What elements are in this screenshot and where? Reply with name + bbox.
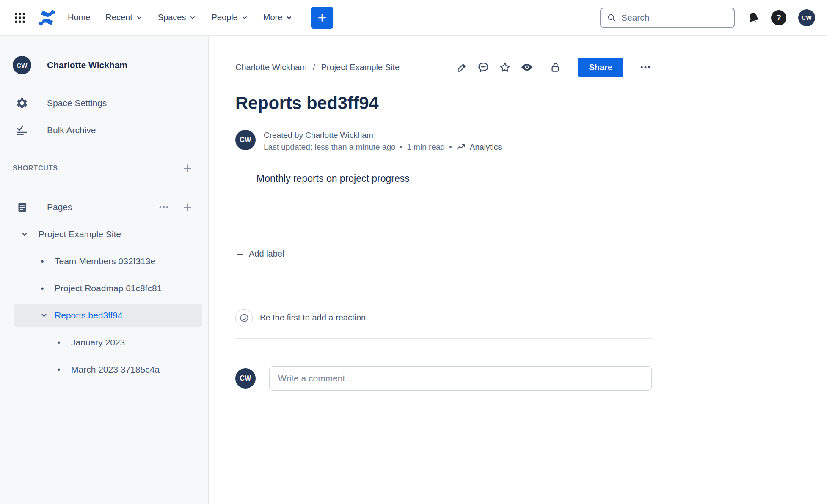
breadcrumb-separator: / [313,63,315,72]
add-label-button[interactable]: Add label [235,249,284,259]
restrictions-button[interactable] [550,62,561,73]
commenter-avatar: CW [235,368,256,389]
plus-icon [182,202,193,213]
star-button[interactable] [499,61,511,73]
sidebar-item-space-settings[interactable]: Space Settings [0,90,208,117]
tree-item-january-2023[interactable]: January 2023 [0,329,208,356]
chevron-down-icon [286,14,292,21]
top-navigation-bar: Home Recent Spaces People More [0,0,827,36]
nav-item-more[interactable]: More [256,7,300,29]
add-label-text: Add label [249,249,284,259]
avatar-initials: CW [17,62,28,69]
gear-icon [13,97,31,110]
page-body-text: Monthly reports on project progress [256,172,652,185]
nav-item-recent[interactable]: Recent [98,7,150,29]
sidebar-item-label: Bulk Archive [47,125,96,135]
analytics-label: Analytics [470,142,502,152]
bullet-icon [40,257,44,266]
confluence-logo-icon [38,9,56,26]
tree-item-label: Project Example Site [39,229,121,239]
help-label: ? [776,13,781,22]
nav-item-label: Spaces [158,13,186,22]
nav-item-home[interactable]: Home [60,7,98,29]
byline-meta: Last updated: less than a minute ago • 1… [264,142,502,152]
bullet-icon [57,365,61,375]
breadcrumb: Charlotte Wickham / Project Example Site [235,63,400,72]
tree-item-project-example-site[interactable]: Project Example Site [0,221,208,248]
comments-divider [235,338,652,339]
avatar-initials: CW [802,14,812,21]
nav-item-spaces[interactable]: Spaces [150,7,204,29]
pages-header-actions [157,201,194,214]
tree-item-reports-selected[interactable]: Reports bed3ff94 [14,304,202,327]
search-input[interactable] [621,13,728,23]
read-time: 1 min read [407,142,445,152]
plus-icon [317,12,328,23]
share-button[interactable]: Share [578,58,623,77]
author-avatar[interactable]: CW [235,130,256,150]
bulk-archive-icon [13,124,31,137]
comment-composer: CW [235,366,652,391]
pages-icon [13,201,31,214]
star-icon [499,61,511,73]
edit-button[interactable] [456,62,468,73]
nav-item-label: People [211,13,237,22]
plus-icon [182,163,193,174]
more-horizontal-icon [639,61,652,74]
chevron-down-icon [241,14,248,21]
unlock-icon [550,62,561,73]
create-button[interactable] [311,7,333,29]
separator-dot: • [400,142,403,152]
pages-more-button[interactable] [157,201,170,214]
breadcrumb-parent-link[interactable]: Project Example Site [321,63,400,72]
reaction-prompt: Be the first to add a reaction [260,313,366,323]
shortcuts-heading: SHORTCUTS [13,164,58,172]
grid-icon [13,11,27,25]
breadcrumb-space-link[interactable]: Charlotte Wickham [235,63,307,72]
space-name: Charlotte Wickham [47,60,127,70]
tree-item-label: Reports bed3ff94 [55,310,123,320]
watch-button[interactable] [521,61,533,74]
tree-item-team-members[interactable]: Team Members 032f313e [0,248,208,275]
space-avatar: CW [13,56,31,74]
chevron-down-icon [136,14,143,21]
plus-icon [235,249,245,259]
search-box[interactable] [600,8,735,28]
analytics-link[interactable]: Analytics [456,142,502,152]
created-by-text: Created by Charlotte Wickham [264,130,502,140]
app-switcher-button[interactable] [13,11,27,25]
help-button[interactable]: ? [771,10,786,25]
separator-dot: • [449,142,452,152]
nav-item-people[interactable]: People [204,7,255,29]
notifications-button[interactable] [747,11,760,24]
chevron-down-icon [189,14,196,21]
sidebar-item-bulk-archive[interactable]: Bulk Archive [0,117,208,144]
analytics-icon [456,142,466,152]
reactions-row: Be the first to add a reaction [235,309,652,326]
confluence-logo[interactable] [38,9,56,26]
chevron-down-icon[interactable] [40,312,48,319]
more-actions-button[interactable] [639,61,652,74]
add-shortcut-button[interactable] [181,162,194,175]
last-updated-link[interactable]: Last updated: less than a minute ago [264,142,396,152]
bullet-icon [40,284,44,293]
user-avatar[interactable]: CW [798,9,815,26]
space-header[interactable]: CW Charlotte Wickham [0,56,208,74]
comment-button[interactable] [477,61,489,73]
comment-input[interactable] [269,366,652,391]
pages-heading: Pages [47,202,72,212]
nav-item-label: Home [68,13,90,22]
add-page-button[interactable] [181,201,194,214]
chevron-down-icon[interactable] [21,230,28,238]
smiley-icon [239,313,249,323]
sidebar-item-label: Space Settings [47,98,107,108]
page-actions: Share [456,58,652,77]
add-reaction-button[interactable] [235,309,253,326]
avatar-initials: CW [240,375,251,382]
tree-item-project-roadmap[interactable]: Project Roadmap 61c8fc81 [0,275,208,302]
bell-icon [746,10,761,25]
pages-section-header[interactable]: Pages [0,194,208,221]
more-horizontal-icon [158,201,170,213]
tree-item-march-2023[interactable]: March 2023 37185c4a [0,356,208,383]
tree-item-label: Team Members 032f313e [55,256,155,266]
